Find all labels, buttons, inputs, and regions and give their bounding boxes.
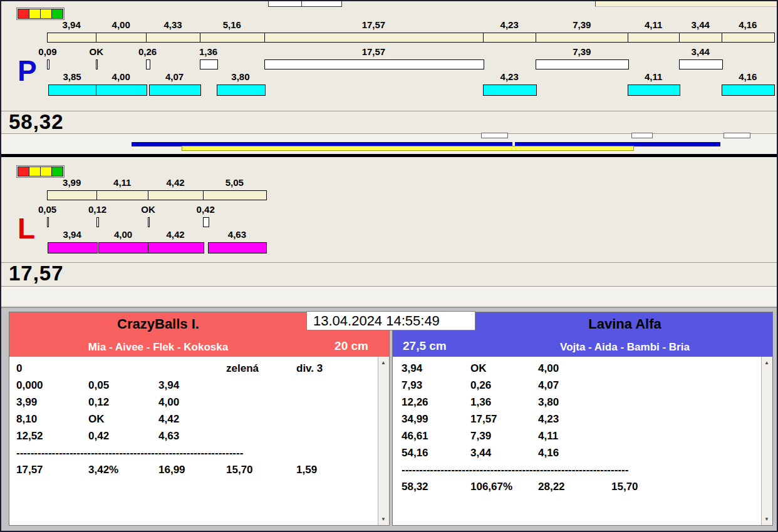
cross-times-row: 0,050,12OK0,42 [1,205,777,217]
team-name-left: CrazyBalls I. [9,316,307,332]
team-name-right: Lavina Alfa [476,316,774,332]
cross-time-label: 7,39 [573,47,591,57]
split-time-label: 17,57 [362,20,386,30]
run-time-label: 4,07 [165,72,184,82]
start-light [29,9,41,19]
team-panel-right: Lavina Alfa Vojta - Aida - Bambi - Bria … [392,312,773,526]
segment-divider [96,33,96,43]
team-members-left: Mia - Aivee - Flek - Kokoska [9,341,307,354]
lane-divider [1,154,777,157]
table-cell: 0,000 [16,379,88,392]
cross-time-label: 0,05 [38,205,56,215]
segment-divider [146,33,147,43]
table-cell: 15,70 [226,464,296,476]
segment-divider [203,190,204,200]
segment-divider [264,33,265,43]
table-row: 54,163,444,16 [393,444,761,461]
split-time-label: 4,00 [112,20,130,30]
split-time-label: 3,44 [692,20,710,30]
separator-line [1,262,777,263]
cross-time-box [96,217,99,227]
results-table-right[interactable]: 3,94OK4,007,930,264,0712,261,363,8034,99… [393,357,772,525]
table-row: 46,617,394,11 [393,427,761,444]
cross-time-box [148,217,150,227]
cross-time-box [264,59,484,69]
run-boxes-bar [1,242,777,254]
table-cell: OK [470,362,538,375]
table-cell: 0,05 [88,379,158,392]
run-time-label: 4,16 [739,72,757,82]
results-table-left[interactable]: 0zelenádiv. 30,0000,053,943,990,124,008,… [9,357,389,525]
table-cell: 3,44 [470,447,538,459]
table-cell: 4,16 [538,447,611,459]
table-cell: 0,42 [88,430,158,442]
start-light [51,166,63,176]
table-cell: 16,99 [158,464,226,476]
scrollbar-left[interactable]: ▲ ▼ [378,357,389,525]
split-times-row: 3,994,114,425,05 [1,178,777,190]
cross-boxes-bar [1,59,777,71]
table-cell: 34,99 [402,413,470,426]
cross-time-box [146,59,150,69]
table-cell: 4,00 [158,396,226,409]
table-cell: 106,67% [470,481,538,493]
table-cell: 4,63 [158,430,226,442]
split-time-label: 4,16 [739,20,757,30]
datetime-display: 13.04.2024 14:55:49 [306,311,475,330]
run-time-label: 4,42 [166,230,184,240]
scroll-up-icon[interactable]: ▲ [762,358,772,367]
run-time-label: 4,00 [114,230,132,240]
scroll-down-icon[interactable]: ▼ [762,514,772,524]
cross-times-row: 0,09OK0,261,3617,577,393,44 [1,47,777,59]
cross-time-label: 0,09 [38,47,56,57]
separator-line [1,111,777,111]
table-row: ----------------------------------------… [9,444,378,461]
scrollbar-right[interactable]: ▲ ▼ [761,357,772,525]
table-cell: 3,80 [538,396,611,409]
table-row: 58,32106,67%28,2215,70 [393,478,761,495]
run-time-box [98,242,150,253]
split-time-label: 4,33 [163,20,182,30]
table-cell: 17,57 [16,464,88,476]
finish-marker [481,133,508,138]
table-row: 3,94OK4,00 [393,360,761,377]
scroll-up-icon[interactable]: ▲ [378,358,388,367]
table-row: ----------------------------------------… [393,461,761,478]
run-time-label: 4,23 [501,72,519,82]
split-time-label: 3,99 [63,178,81,188]
run-time-box [628,84,680,96]
run-time-box [208,242,267,253]
start-light [18,166,29,176]
segment-divider [483,33,484,43]
table-cell: 4,07 [538,379,611,392]
finish-marker [724,133,750,138]
cross-time-box [96,59,98,69]
cross-boxes-bar [1,217,777,229]
cross-time-label: OK [141,205,155,215]
split-time-label: 5,05 [226,178,244,188]
scroll-down-icon[interactable]: ▼ [378,514,388,524]
cross-time-label: 0,42 [197,205,215,215]
table-cell: 4,42 [158,413,226,426]
team-members-right: Vojta - Aida - Bambi - Bria [476,341,774,354]
start-light [51,9,63,19]
table-cell: 3,42% [88,464,158,476]
cross-time-box [203,217,209,227]
run-time-label: 4,63 [228,230,246,240]
run-times-row: 3,944,004,424,63 [1,230,777,242]
split-segments-bar [1,190,777,202]
cross-time-label: 3,44 [692,47,710,57]
table-cell: 3,94 [402,362,470,375]
cross-time-label: 0,12 [88,205,106,215]
flyball-timer-window: P 3,944,004,335,1617,574,237,394,113,444… [0,0,778,532]
table-cell: 28,22 [538,481,611,493]
table-row: 34,9917,574,23 [393,411,761,427]
cross-time-box [536,59,629,69]
table-cell: 0 [16,362,88,375]
jump-height-right: 27,5 cm [403,339,472,353]
run-time-box [48,242,98,253]
cross-time-box [47,217,49,227]
table-cell: 1,59 [296,464,378,476]
split-time-label: 4,23 [501,20,519,30]
run-time-label: 4,11 [645,72,662,82]
